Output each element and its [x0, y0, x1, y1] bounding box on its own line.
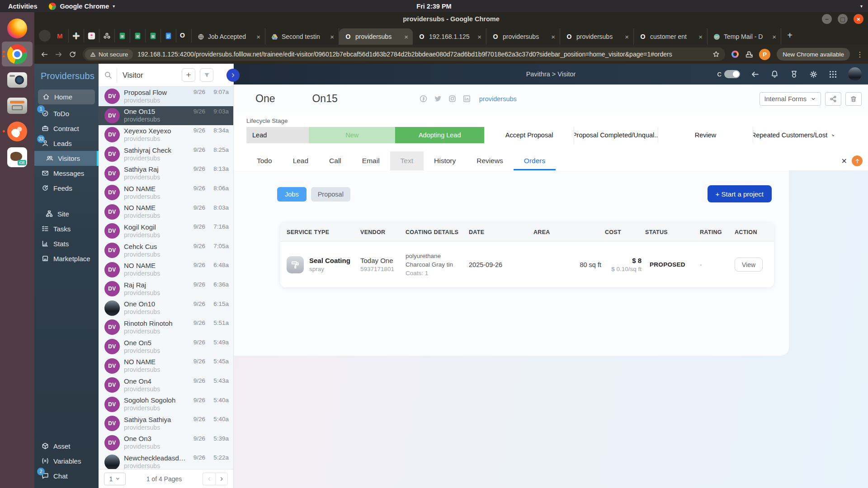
- security-chip[interactable]: Not secure: [85, 49, 133, 60]
- dock-item[interactable]: [2, 93, 33, 118]
- list-item[interactable]: DV One On15 providersubs 9/26 9:03a: [99, 106, 233, 126]
- notifications-bell-icon[interactable]: [770, 70, 779, 79]
- tab-search-button[interactable]: [39, 30, 51, 42]
- instagram-icon[interactable]: [448, 94, 457, 103]
- sidebar-item[interactable]: Feeds: [34, 181, 99, 196]
- pinned-tab[interactable]: O: [176, 29, 192, 42]
- browser-tab[interactable]: O customer ent ×: [634, 28, 708, 45]
- pinned-tab[interactable]: [161, 29, 176, 42]
- list-item[interactable]: DV One On3 providersubs 9/26 5:39a: [99, 433, 233, 453]
- list-item[interactable]: DV Proposal Flow providersubs 9/26 9:07a: [99, 87, 233, 106]
- facebook-icon[interactable]: [419, 94, 428, 103]
- list-item[interactable]: DV NO NAME providersubs 9/26 6:48a: [99, 260, 233, 279]
- scroll-top-button[interactable]: [852, 155, 863, 166]
- proposal-button[interactable]: Proposal: [311, 187, 350, 202]
- pinned-tab[interactable]: [99, 29, 115, 42]
- list-item[interactable]: DV Sathiya Sathiya providersubs 9/26 5:4…: [99, 414, 233, 433]
- minimize-button[interactable]: −: [822, 14, 832, 24]
- browser-tab[interactable]: Job Accepted ×: [192, 28, 265, 45]
- list-item[interactable]: DV One On5 providersubs 9/26 5:49a: [99, 337, 233, 357]
- dock-item[interactable]: CE: [2, 145, 33, 169]
- sidebar-item[interactable]: Contract: [34, 121, 99, 136]
- first-name-field[interactable]: One: [255, 93, 275, 105]
- next-page-button[interactable]: [215, 473, 228, 485]
- sidebar-item[interactable]: Tasks: [34, 221, 99, 236]
- detail-tab[interactable]: Todo: [246, 151, 283, 170]
- sidebar-item[interactable]: Variables: [34, 454, 99, 469]
- browser-tab[interactable]: O providersubs ×: [339, 28, 413, 45]
- tab-close-icon[interactable]: ×: [476, 33, 482, 41]
- list-item[interactable]: DV Sathiya Raj providersubs 9/26 8:13a: [99, 164, 233, 183]
- window-titlebar[interactable]: providersubs - Google Chrome − ▢ ×: [34, 12, 868, 26]
- close-panel-icon[interactable]: ✕: [841, 151, 847, 170]
- apps-grid-icon[interactable]: [829, 70, 837, 79]
- lifecycle-stage[interactable]: Accept Proposal: [484, 127, 574, 143]
- caret-down-icon[interactable]: ▾: [860, 4, 863, 9]
- pinned-tab[interactable]: [130, 29, 146, 42]
- lifecycle-stage[interactable]: Repeated Customers/Lost: [753, 127, 834, 143]
- pinned-tab[interactable]: M: [53, 29, 69, 42]
- browser-tab[interactable]: O providersubs ×: [560, 28, 634, 45]
- browser-tab[interactable]: O 192.168.1.125 ×: [413, 28, 486, 45]
- sidebar-item[interactable]: Visitors: [34, 151, 99, 166]
- back-button[interactable]: [41, 51, 48, 58]
- view-button[interactable]: View: [735, 258, 763, 272]
- prev-page-button[interactable]: [203, 473, 215, 485]
- lifecycle-stage[interactable]: Proposal Completed/Unqual...: [574, 127, 658, 143]
- sidebar-item[interactable]: 1 ToDo: [34, 106, 99, 121]
- tab-close-icon[interactable]: ×: [550, 33, 556, 41]
- activities-button[interactable]: Activities: [8, 3, 37, 10]
- profile-avatar[interactable]: P: [759, 49, 770, 60]
- forward-button[interactable]: [55, 51, 62, 58]
- reload-button[interactable]: [69, 51, 76, 58]
- sidebar-item[interactable]: Home: [38, 89, 95, 104]
- tab-close-icon[interactable]: ×: [255, 33, 261, 41]
- list-item[interactable]: DV One On4 providersubs 9/26 5:43a: [99, 375, 233, 395]
- tab-close-icon[interactable]: ×: [624, 33, 630, 41]
- twitter-icon[interactable]: [434, 94, 442, 103]
- dock-item[interactable]: [2, 42, 33, 66]
- detail-tab[interactable]: Text: [390, 151, 424, 170]
- extension-icon[interactable]: [731, 51, 739, 58]
- sidebar-item[interactable]: Marketplace: [34, 251, 99, 266]
- sidebar-item[interactable]: Site: [34, 206, 99, 221]
- internal-forms-select[interactable]: Internal Forms: [760, 92, 821, 106]
- detail-tab[interactable]: History: [424, 151, 466, 170]
- list-item[interactable]: DV NO NAME providersubs 9/26 5:45a: [99, 356, 233, 375]
- app-menu[interactable]: Google Chrome ▾: [49, 3, 115, 10]
- page-select[interactable]: 1: [104, 473, 126, 485]
- lifecycle-stage[interactable]: Lead: [246, 127, 309, 143]
- new-tab-button[interactable]: +: [783, 28, 797, 42]
- tab-close-icon[interactable]: ×: [771, 33, 777, 41]
- list-item[interactable]: DV NO NAME providersubs 9/26 8:06a: [99, 183, 233, 202]
- list-item[interactable]: DV Raj Raj providersubs 9/26 6:36a: [99, 279, 233, 299]
- expand-panel-button[interactable]: [226, 69, 240, 82]
- list-item[interactable]: Newcheckleadasdasd Pemi... providersubs …: [99, 452, 233, 469]
- browser-tab[interactable]: O providersubs ×: [486, 28, 560, 45]
- search-input[interactable]: [117, 68, 177, 82]
- linkedin-icon[interactable]: [462, 94, 471, 103]
- detail-tab[interactable]: Orders: [514, 151, 556, 170]
- dock-item[interactable]: [2, 119, 33, 144]
- toggle-switch[interactable]: [724, 70, 740, 78]
- sidebar-item[interactable]: Stats: [34, 236, 99, 251]
- detail-tab[interactable]: Reviews: [466, 151, 514, 170]
- chrome-update-button[interactable]: New Chrome available: [777, 48, 850, 61]
- tab-close-icon[interactable]: ×: [698, 33, 703, 41]
- last-name-field[interactable]: On15: [312, 93, 337, 105]
- start-project-button[interactable]: + Start a project: [708, 185, 772, 202]
- list-item[interactable]: DV Xeyexo Xeyexo providersubs 9/26 8:34a: [99, 125, 233, 145]
- pinned-tab[interactable]: [115, 29, 130, 42]
- list-item[interactable]: DV Kogil Kogil providersubs 9/26 7:16a: [99, 221, 233, 241]
- dock-item[interactable]: [2, 67, 33, 92]
- settings-gear-icon[interactable]: [809, 70, 818, 79]
- tab-close-icon[interactable]: ×: [403, 33, 409, 41]
- close-button[interactable]: ×: [854, 14, 863, 24]
- pinned-tab[interactable]: [146, 29, 161, 42]
- list-item[interactable]: DV Cehck Cus providersubs 9/26 7:05a: [99, 241, 233, 260]
- browser-tab[interactable]: Second testin ×: [265, 28, 339, 45]
- detail-tab[interactable]: Email: [352, 151, 390, 170]
- pinned-tab[interactable]: [84, 29, 99, 42]
- share-button[interactable]: [825, 92, 841, 106]
- brand-logo[interactable]: Providersubs: [34, 64, 99, 89]
